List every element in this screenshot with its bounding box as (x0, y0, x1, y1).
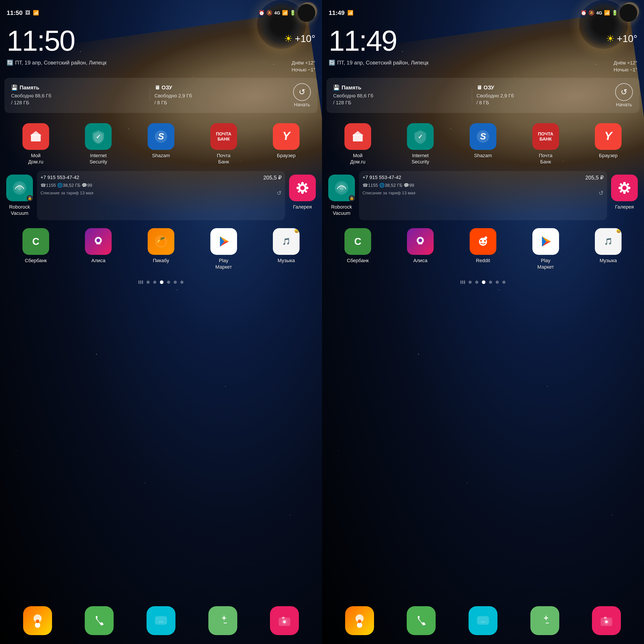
location-text-left: 🔄 ПТ, 19 апр, Советский район, Липецк (7, 60, 107, 66)
memory-col-storage: 💾 Память Свободно 88,6 Гб / 128 ГБ (11, 85, 145, 106)
app-play-market-right[interactable]: PlayМаркет (514, 225, 577, 274)
app-roborock-left[interactable]: 🔒 RoborockVacuum (4, 171, 35, 220)
dock-calc-left[interactable]: + − (208, 606, 237, 635)
page-dot-5-right (496, 281, 499, 284)
page-dot-3-left (160, 280, 163, 284)
storage-icon: 💾 (11, 85, 18, 91)
page-lines-left (139, 280, 143, 284)
status-bar-right: 11:49 📶 ⏰ 🔕 4G 📶 🔋 (322, 0, 644, 24)
location-bar-right: 🔄 ПТ, 19 апр, Советский район, Липецк Дн… (322, 60, 644, 78)
app-reddit-right[interactable]: Reddit (452, 225, 514, 274)
app-browser-right[interactable]: Y Браузер (577, 120, 640, 169)
dock-camera-left[interactable] (270, 606, 299, 635)
dock-phone-right[interactable] (407, 606, 436, 635)
app-pochta-bank-right[interactable]: ПОЧТАБАНК ПочтаБанк (514, 120, 577, 169)
tele2-widget-left[interactable]: +7 915 553-47-42 205,5 ₽ ☎1155 🌐38,52 ГБ… (37, 171, 285, 220)
svg-point-10 (300, 186, 305, 190)
svg-point-13 (296, 187, 299, 189)
tele2-refresh-icon-left[interactable]: ↺ (277, 190, 282, 197)
app-label-reddit-right: Reddit (476, 258, 490, 264)
status-left-icons-right: 11:49 📶 (329, 9, 353, 16)
clock-weather-left: 11:50 ☀ +10° (0, 24, 322, 60)
image-icon: 🖼 (25, 10, 30, 16)
app-icon-muzyka-left: 🎵 😀 (273, 228, 300, 255)
memory-refresh-btn[interactable]: ↺ (293, 83, 311, 101)
app-label-pikaby-left: Пикабу (153, 258, 169, 264)
page-dot-1-left (147, 281, 150, 284)
signal-icon-right: 📶 (604, 10, 610, 16)
app-internet-security-right[interactable]: ✓ InternetSecurity (389, 120, 452, 169)
tele2-balance-right: 205,5 ₽ (585, 175, 604, 181)
memory-label-ram-right: 🖥 ОЗУ (477, 85, 611, 91)
app-pikaby-left[interactable]: 🍊 Пикабу (130, 225, 192, 274)
app-browser-left[interactable]: Y Браузер (255, 120, 318, 169)
tele2-widget-right[interactable]: +7 915 553-47-42 205,5 ₽ ☎1155 🌐38,52 ГБ… (359, 171, 607, 220)
memory-refresh-btn-right[interactable]: ↺ (615, 83, 633, 101)
app-muzyka-left[interactable]: 🎵 😀 Музыка (255, 225, 318, 274)
app-galereya-right[interactable]: Галерея (609, 171, 640, 220)
eclipse-icon-right (620, 4, 637, 22)
page-dot-1-right (469, 281, 472, 284)
memory-start-area-right: ↺ Начать (615, 83, 633, 108)
svg-point-40 (283, 620, 286, 623)
app-shazam-right[interactable]: S Shazam (452, 120, 514, 169)
app-galereya-left[interactable]: Галерея (287, 171, 318, 220)
page-dot-2-left (153, 281, 156, 284)
app-label-play-market-right: PlayМаркет (537, 258, 554, 270)
page-indicators-right (322, 276, 644, 288)
svg-text:−: − (545, 620, 549, 626)
app-moy-dom-left[interactable]: МойДом.ru (4, 120, 67, 169)
svg-point-12 (301, 191, 304, 194)
app-alisa-right[interactable]: Алиса (389, 225, 452, 274)
memory-widget-left[interactable]: 💾 Память Свободно 88,6 Гб / 128 ГБ 🖥 ОЗУ… (4, 78, 318, 113)
app-shazam-left[interactable]: S Shazam (130, 120, 192, 169)
page-dot-4-right (489, 281, 492, 284)
app-muzyka-right[interactable]: 🎵 😀 Музыка (577, 225, 640, 274)
svg-point-57 (620, 183, 622, 185)
app-icon-pochta-bank-left: ПОЧТАБАНК (210, 123, 237, 150)
memory-value-ram-right: Свободно 2,9 Гб / 8 ГБ (477, 93, 611, 106)
memory-widget-right[interactable]: 💾 Память Свободно 88,6 Гб / 128 ГБ 🖥 ОЗУ… (326, 78, 640, 113)
app-internet-security-left[interactable]: ✓ InternetSecurity (67, 120, 130, 169)
clock-right: 11:49 (329, 26, 396, 55)
dock-camera-right[interactable] (592, 606, 621, 635)
svg-text:...: ... (481, 617, 485, 623)
app-moy-dom-right[interactable]: МойДом.ru (326, 120, 389, 169)
dock-icon-camera-left (270, 606, 299, 635)
svg-text:Y: Y (282, 129, 291, 142)
app-pochta-bank-left[interactable]: ПОЧТАБАНК ПочтаБанк (192, 120, 255, 169)
dock-messages-left[interactable]: ... (147, 606, 175, 635)
app-icon-alisa-right (407, 228, 434, 255)
dock-store-left[interactable] (23, 606, 52, 635)
svg-point-14 (306, 187, 308, 189)
app-play-market-left[interactable]: PlayМаркет (192, 225, 255, 274)
page-dot-6-left (180, 281, 183, 284)
svg-text:Y: Y (604, 129, 613, 142)
app-sberbank-right[interactable]: С Сбербанк (326, 225, 389, 274)
dock-icon-messages-left: ... (147, 606, 175, 635)
app-alisa-left[interactable]: Алиса (67, 225, 130, 274)
phone-screen-right: 11:49 📶 ⏰ 🔕 4G 📶 🔋 11:49 ☀ +10° 🔄 (322, 0, 644, 644)
svg-rect-41 (282, 617, 285, 619)
app-sberbank-left[interactable]: С Сбербанк (4, 225, 67, 274)
dock-icon-phone-right (407, 606, 436, 635)
svg-point-55 (618, 187, 621, 189)
app-icon-pikaby-left: 🍊 (148, 228, 174, 255)
dock-phone-left[interactable] (85, 606, 114, 635)
app-icon-play-market-left (210, 228, 237, 255)
memory-label-storage: 💾 Память (11, 85, 145, 91)
svg-point-86 (605, 620, 608, 623)
app-icon-pochta-bank-right: ПОЧТАБАНК (532, 123, 559, 150)
app-roborock-right[interactable]: 🔒 RoborockVacuum (326, 171, 357, 220)
memory-value-ram: Свободно 2,9 Гб / 8 ГБ (155, 93, 289, 106)
weather-day-right: Днём +12° (614, 60, 637, 66)
content-right: 11:49 📶 ⏰ 🔕 4G 📶 🔋 11:49 ☀ +10° 🔄 (322, 0, 644, 644)
dock-store-right[interactable] (345, 606, 374, 635)
dock-calc-right[interactable]: + − (530, 606, 559, 635)
svg-text:🎵: 🎵 (282, 237, 291, 246)
tele2-refresh-icon-right[interactable]: ↺ (599, 190, 604, 197)
memory-col-ram: 🖥 ОЗУ Свободно 2,9 Гб / 8 ГБ (155, 85, 289, 106)
svg-point-53 (623, 182, 626, 185)
svg-point-67 (480, 240, 482, 242)
dock-messages-right[interactable]: ... (469, 606, 497, 635)
